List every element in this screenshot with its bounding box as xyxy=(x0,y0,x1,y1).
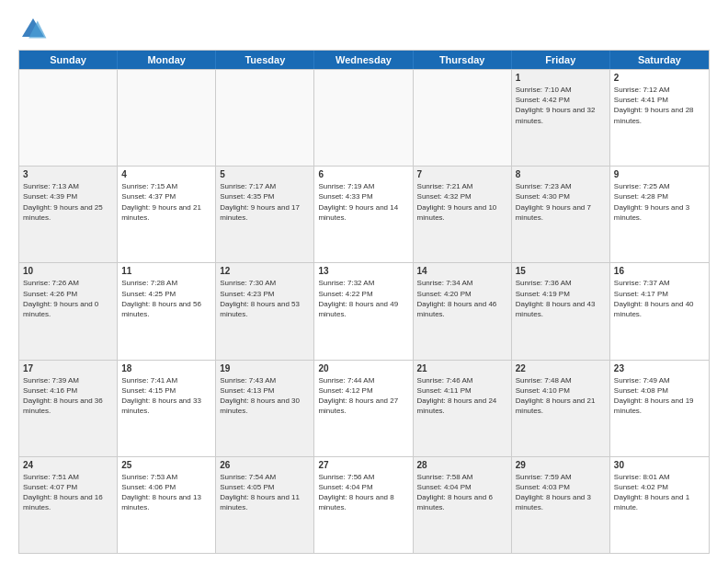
day-info: Sunrise: 7:34 AMSunset: 4:20 PMDaylight:… xyxy=(417,278,507,319)
day-cell-6: 6Sunrise: 7:19 AMSunset: 4:33 PMDaylight… xyxy=(314,167,413,262)
calendar: SundayMondayTuesdayWednesdayThursdayFrid… xyxy=(18,50,710,554)
day-number: 12 xyxy=(220,266,310,276)
day-cell-4: 4Sunrise: 7:15 AMSunset: 4:37 PMDaylight… xyxy=(118,167,216,262)
day-number: 28 xyxy=(417,460,507,470)
day-cell-22: 22Sunrise: 7:48 AMSunset: 4:10 PMDayligh… xyxy=(512,361,610,456)
day-cell-26: 26Sunrise: 7:54 AMSunset: 4:05 PMDayligh… xyxy=(216,457,314,553)
day-cell-2: 2Sunrise: 7:12 AMSunset: 4:41 PMDaylight… xyxy=(610,70,709,166)
calendar-row-1: 3Sunrise: 7:13 AMSunset: 4:39 PMDaylight… xyxy=(19,166,709,262)
day-cell-25: 25Sunrise: 7:53 AMSunset: 4:06 PMDayligh… xyxy=(118,457,216,553)
header-day-sunday: Sunday xyxy=(19,51,118,69)
day-info: Sunrise: 7:49 AMSunset: 4:08 PMDaylight:… xyxy=(614,375,705,417)
day-info: Sunrise: 7:39 AMSunset: 4:16 PMDaylight:… xyxy=(23,375,113,417)
empty-cell-0-2 xyxy=(216,70,314,166)
day-cell-19: 19Sunrise: 7:43 AMSunset: 4:13 PMDayligh… xyxy=(216,361,314,456)
day-info: Sunrise: 7:13 AMSunset: 4:39 PMDaylight:… xyxy=(23,181,113,223)
day-cell-30: 30Sunrise: 8:01 AMSunset: 4:02 PMDayligh… xyxy=(610,457,709,553)
day-info: Sunrise: 7:25 AMSunset: 4:28 PMDaylight:… xyxy=(614,181,705,223)
day-info: Sunrise: 7:44 AMSunset: 4:12 PMDaylight:… xyxy=(318,375,408,417)
day-number: 6 xyxy=(318,169,408,179)
day-cell-27: 27Sunrise: 7:56 AMSunset: 4:04 PMDayligh… xyxy=(314,457,413,553)
day-info: Sunrise: 7:26 AMSunset: 4:26 PMDaylight:… xyxy=(23,278,113,319)
day-number: 24 xyxy=(23,460,113,470)
day-cell-13: 13Sunrise: 7:32 AMSunset: 4:22 PMDayligh… xyxy=(314,263,413,359)
day-info: Sunrise: 7:21 AMSunset: 4:32 PMDaylight:… xyxy=(417,181,507,223)
day-info: Sunrise: 7:19 AMSunset: 4:33 PMDaylight:… xyxy=(318,181,408,223)
day-info: Sunrise: 7:56 AMSunset: 4:04 PMDaylight:… xyxy=(318,472,408,513)
day-cell-23: 23Sunrise: 7:49 AMSunset: 4:08 PMDayligh… xyxy=(610,361,709,456)
day-cell-24: 24Sunrise: 7:51 AMSunset: 4:07 PMDayligh… xyxy=(19,457,118,553)
day-number: 2 xyxy=(614,73,705,83)
day-info: Sunrise: 8:01 AMSunset: 4:02 PMDaylight:… xyxy=(614,472,705,513)
day-number: 9 xyxy=(614,169,705,179)
day-number: 29 xyxy=(516,460,606,470)
day-cell-16: 16Sunrise: 7:37 AMSunset: 4:17 PMDayligh… xyxy=(610,263,709,359)
day-info: Sunrise: 7:23 AMSunset: 4:30 PMDaylight:… xyxy=(516,181,606,223)
day-cell-15: 15Sunrise: 7:36 AMSunset: 4:19 PMDayligh… xyxy=(512,263,610,359)
empty-cell-0-0 xyxy=(19,70,118,166)
day-number: 27 xyxy=(318,460,408,470)
day-number: 7 xyxy=(417,169,507,179)
day-cell-29: 29Sunrise: 7:59 AMSunset: 4:03 PMDayligh… xyxy=(512,457,610,553)
day-info: Sunrise: 7:17 AMSunset: 4:35 PMDaylight:… xyxy=(220,181,310,223)
calendar-body: 1Sunrise: 7:10 AMSunset: 4:42 PMDaylight… xyxy=(19,69,709,553)
day-number: 14 xyxy=(417,266,507,276)
day-cell-18: 18Sunrise: 7:41 AMSunset: 4:15 PMDayligh… xyxy=(118,361,216,456)
day-number: 21 xyxy=(417,363,507,373)
page: SundayMondayTuesdayWednesdayThursdayFrid… xyxy=(0,0,728,563)
logo xyxy=(18,15,51,44)
day-cell-9: 9Sunrise: 7:25 AMSunset: 4:28 PMDaylight… xyxy=(610,167,709,262)
day-number: 15 xyxy=(516,266,606,276)
day-number: 26 xyxy=(220,460,310,470)
day-info: Sunrise: 7:30 AMSunset: 4:23 PMDaylight:… xyxy=(220,278,310,319)
day-info: Sunrise: 7:32 AMSunset: 4:22 PMDaylight:… xyxy=(318,278,408,319)
header-day-tuesday: Tuesday xyxy=(216,51,314,69)
day-cell-7: 7Sunrise: 7:21 AMSunset: 4:32 PMDaylight… xyxy=(414,167,512,262)
header-day-thursday: Thursday xyxy=(414,51,512,69)
day-cell-21: 21Sunrise: 7:46 AMSunset: 4:11 PMDayligh… xyxy=(414,361,512,456)
day-number: 25 xyxy=(121,460,211,470)
day-cell-12: 12Sunrise: 7:30 AMSunset: 4:23 PMDayligh… xyxy=(216,263,314,359)
header-day-friday: Friday xyxy=(512,51,610,69)
day-info: Sunrise: 7:59 AMSunset: 4:03 PMDaylight:… xyxy=(516,472,606,513)
calendar-row-2: 10Sunrise: 7:26 AMSunset: 4:26 PMDayligh… xyxy=(19,262,709,359)
day-number: 20 xyxy=(318,363,408,373)
day-number: 5 xyxy=(220,169,310,179)
day-info: Sunrise: 7:36 AMSunset: 4:19 PMDaylight:… xyxy=(516,278,606,319)
day-info: Sunrise: 7:58 AMSunset: 4:04 PMDaylight:… xyxy=(417,472,507,513)
day-number: 18 xyxy=(121,363,211,373)
calendar-header: SundayMondayTuesdayWednesdayThursdayFrid… xyxy=(19,51,709,69)
day-info: Sunrise: 7:15 AMSunset: 4:37 PMDaylight:… xyxy=(121,181,211,223)
day-info: Sunrise: 7:12 AMSunset: 4:41 PMDaylight:… xyxy=(614,85,705,126)
header-day-saturday: Saturday xyxy=(610,51,709,69)
day-info: Sunrise: 7:10 AMSunset: 4:42 PMDaylight:… xyxy=(516,85,606,126)
day-number: 23 xyxy=(614,363,705,373)
day-number: 17 xyxy=(23,363,113,373)
header xyxy=(18,15,710,44)
day-number: 11 xyxy=(121,266,211,276)
day-number: 8 xyxy=(516,169,606,179)
day-info: Sunrise: 7:51 AMSunset: 4:07 PMDaylight:… xyxy=(23,472,113,513)
day-number: 3 xyxy=(23,169,113,179)
day-info: Sunrise: 7:54 AMSunset: 4:05 PMDaylight:… xyxy=(220,472,310,513)
day-number: 10 xyxy=(23,266,113,276)
day-info: Sunrise: 7:37 AMSunset: 4:17 PMDaylight:… xyxy=(614,278,705,319)
day-info: Sunrise: 7:43 AMSunset: 4:13 PMDaylight:… xyxy=(220,375,310,417)
empty-cell-0-1 xyxy=(118,70,216,166)
day-number: 19 xyxy=(220,363,310,373)
day-cell-14: 14Sunrise: 7:34 AMSunset: 4:20 PMDayligh… xyxy=(414,263,512,359)
day-info: Sunrise: 7:28 AMSunset: 4:25 PMDaylight:… xyxy=(121,278,211,319)
header-day-monday: Monday xyxy=(118,51,216,69)
header-day-wednesday: Wednesday xyxy=(314,51,413,69)
day-number: 22 xyxy=(516,363,606,373)
day-cell-17: 17Sunrise: 7:39 AMSunset: 4:16 PMDayligh… xyxy=(19,361,118,456)
calendar-row-4: 24Sunrise: 7:51 AMSunset: 4:07 PMDayligh… xyxy=(19,456,709,553)
calendar-row-0: 1Sunrise: 7:10 AMSunset: 4:42 PMDaylight… xyxy=(19,69,709,166)
day-number: 13 xyxy=(318,266,408,276)
day-cell-3: 3Sunrise: 7:13 AMSunset: 4:39 PMDaylight… xyxy=(19,167,118,262)
day-cell-1: 1Sunrise: 7:10 AMSunset: 4:42 PMDaylight… xyxy=(512,70,610,166)
empty-cell-0-4 xyxy=(414,70,512,166)
day-cell-20: 20Sunrise: 7:44 AMSunset: 4:12 PMDayligh… xyxy=(314,361,413,456)
day-cell-11: 11Sunrise: 7:28 AMSunset: 4:25 PMDayligh… xyxy=(118,263,216,359)
day-number: 4 xyxy=(121,169,211,179)
